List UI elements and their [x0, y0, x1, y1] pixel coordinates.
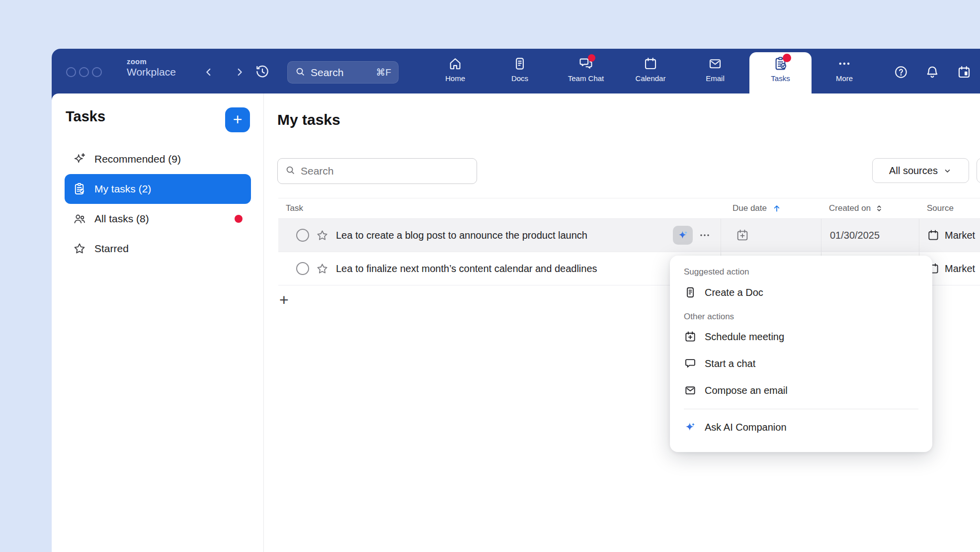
calendar-icon [643, 56, 658, 72]
menu-item-label: Start a chat [705, 358, 755, 369]
sidebar-item-label: My tasks (2) [94, 183, 151, 195]
chevron-right-icon [234, 67, 245, 80]
chevron-down-icon [943, 166, 952, 176]
menu-item-create-a-doc[interactable]: Create a Doc [684, 278, 918, 306]
menu-item-schedule-meeting[interactable]: Schedule meeting [684, 323, 918, 350]
global-search-bar[interactable]: Search ⌘F [287, 61, 399, 84]
due-date-cell[interactable] [721, 219, 821, 252]
ellipsis-icon [836, 56, 852, 72]
add-task-button[interactable]: + [225, 107, 250, 132]
calendar-date-icon [957, 65, 972, 82]
help-icon [894, 65, 908, 82]
menu-item-label: Create a Doc [705, 287, 763, 298]
sparkle-icon [73, 152, 86, 166]
forward-button[interactable] [232, 65, 247, 81]
back-button[interactable] [201, 65, 217, 81]
row-more-actions-button[interactable] [699, 229, 711, 241]
global-search-placeholder: Search [311, 67, 344, 79]
created-on-cell: 01/30/2025 [821, 219, 919, 252]
due-date-header-label: Due date [733, 203, 767, 213]
team-chat-notification-dot [588, 54, 595, 62]
source-value: Market [945, 263, 975, 275]
nav-item-more[interactable]: More [817, 53, 872, 92]
sidebar-item-all-tasks[interactable]: All tasks (8) [65, 204, 251, 234]
notifications-button[interactable] [923, 64, 942, 83]
nav-label-team-chat: Team Chat [568, 74, 604, 83]
chevron-left-icon [203, 67, 214, 80]
chat-bubble-icon [684, 357, 697, 370]
calendar-plus-icon [684, 330, 697, 343]
add-row-button[interactable]: + [279, 291, 296, 308]
table-row[interactable]: Lea to create a blog post to announce th… [278, 219, 980, 252]
sidebar-item-starred[interactable]: Starred [65, 234, 251, 264]
menu-section-label: Suggested action [684, 266, 918, 278]
nav-label-tasks: Tasks [771, 74, 790, 83]
sidebar-list: Recommended (9) My tasks [65, 144, 251, 264]
column-header-task: Task [278, 203, 721, 213]
bell-icon [925, 65, 940, 82]
logo-zoom-text: zoom [127, 58, 176, 65]
mini-calendar-button[interactable] [955, 64, 974, 83]
sort-ascending-icon [772, 203, 782, 213]
task-title: Lea to create a blog post to announce th… [336, 230, 587, 241]
top-navbar: zoom Workplace [52, 49, 980, 93]
created-on-value: 01/30/2025 [821, 230, 880, 241]
table-header-row: Task Due date Created on [278, 198, 980, 219]
sources-filter-dropdown[interactable]: All sources [872, 158, 969, 183]
task-complete-checkbox[interactable] [296, 262, 309, 275]
star-icon[interactable] [316, 262, 329, 276]
created-on-header-label: Created on [829, 203, 871, 213]
calendar-plus-icon [735, 228, 749, 242]
calendar-icon [927, 229, 940, 242]
email-icon [707, 56, 723, 72]
sources-filter-value: All sources [889, 165, 938, 177]
doc-icon [684, 286, 697, 299]
people-icon [73, 212, 86, 226]
menu-divider [684, 409, 918, 409]
tasks-notification-dot [783, 54, 791, 62]
task-title: Lea to finalize next month’s content cal… [336, 263, 597, 275]
column-header-due-date[interactable]: Due date [721, 203, 821, 213]
ai-companion-action-button[interactable] [673, 226, 693, 245]
nav-item-docs[interactable]: Docs [492, 53, 547, 92]
desktop-background: zoom Workplace [0, 0, 980, 552]
nav-label-home: Home [445, 74, 465, 83]
nav-label-email: Email [706, 74, 725, 83]
sidebar-item-label: Recommended (9) [94, 153, 181, 165]
nav-label-calendar: Calendar [636, 74, 666, 83]
nav-item-calendar[interactable]: Calendar [623, 53, 678, 92]
menu-item-label: Schedule meeting [705, 331, 784, 343]
sidebar-item-label: All tasks (8) [94, 213, 149, 225]
search-shortcut-hint: ⌘F [376, 67, 391, 78]
nav-item-home[interactable]: Home [428, 53, 483, 92]
task-cell: Lea to create a blog post to announce th… [278, 219, 721, 252]
sidebar-item-recommended[interactable]: Recommended (9) [65, 144, 251, 174]
nav-label-docs: Docs [511, 74, 528, 83]
window-control-minimize[interactable] [79, 67, 89, 77]
sidebar-item-my-tasks[interactable]: My tasks (2) [65, 174, 251, 204]
task-search-input[interactable] [301, 165, 470, 177]
window-control-maximize[interactable] [92, 67, 102, 77]
task-search-box [277, 158, 477, 184]
window-control-close[interactable] [66, 67, 76, 77]
column-header-created-on[interactable]: Created on [821, 203, 919, 213]
menu-item-compose-an-email[interactable]: Compose an email [684, 377, 918, 404]
star-icon[interactable] [316, 229, 329, 242]
history-clock-icon [254, 64, 270, 82]
sort-both-icon [875, 204, 884, 213]
menu-item-ask-ai-companion[interactable]: Ask AI Companion [684, 413, 918, 441]
clipped-filter-button[interactable] [977, 158, 980, 183]
task-complete-checkbox[interactable] [296, 229, 309, 242]
other-actions-group: Schedule meeting Start a chat Compose an… [684, 323, 918, 404]
menu-item-start-a-chat[interactable]: Start a chat [684, 350, 918, 377]
nav-item-team-chat[interactable]: Team Chat [559, 53, 613, 92]
zoom-workplace-logo: zoom Workplace [127, 58, 176, 77]
help-button[interactable] [892, 64, 910, 83]
window-controls [66, 67, 102, 77]
nav-item-email[interactable]: Email [688, 53, 742, 92]
source-cell: Market [919, 219, 980, 252]
star-icon [73, 242, 86, 256]
team-chat-icon [578, 56, 594, 72]
nav-item-tasks-active[interactable]: Tasks [749, 52, 812, 93]
history-button[interactable] [253, 64, 271, 82]
